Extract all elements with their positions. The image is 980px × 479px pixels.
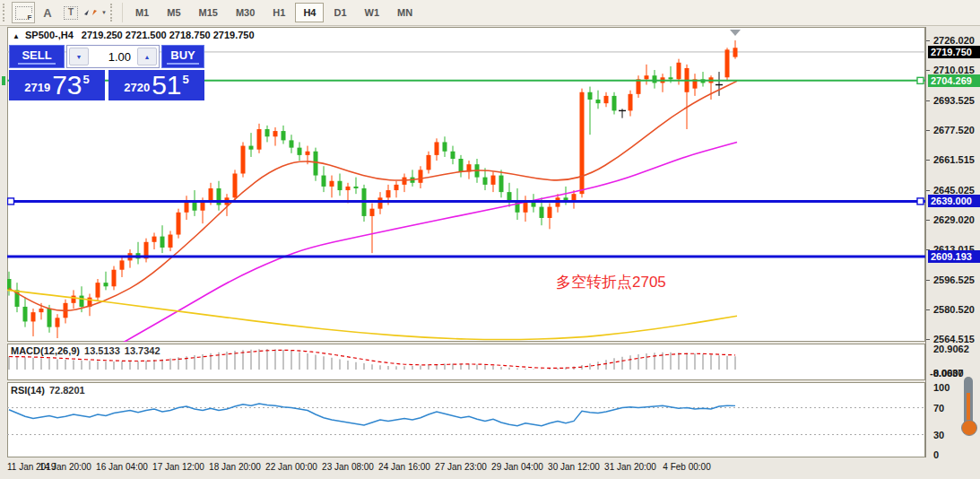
trade-panel: SELL ▼ 1.00 ▲ BUY 2719735 2720515	[9, 45, 204, 100]
thermometer-icon	[959, 377, 977, 440]
timeframe-button-d1[interactable]: D1	[325, 3, 354, 22]
macd-main-value: 13.5133	[84, 345, 120, 356]
timeframe-button-m5[interactable]: M5	[159, 3, 188, 22]
scroll-to-end-icon[interactable]	[730, 30, 741, 36]
price-tag: 2719.750	[928, 46, 980, 58]
text-label-button[interactable]: A	[37, 3, 58, 22]
toolbar-grip[interactable]	[3, 4, 8, 22]
rsi-line	[9, 404, 735, 426]
terminal-window: F A T ▼ M1M5M15M30H1H4D1W1MN ▲ SP500-,H4…	[0, 0, 980, 479]
price-axis-tick: 2580.520	[933, 304, 975, 315]
line-anchor[interactable]	[917, 198, 924, 205]
price-axis-tickmark	[926, 339, 930, 340]
price-axis-tick: 2645.025	[933, 185, 975, 196]
rsi-chart[interactable]	[7, 382, 925, 457]
rsi-name: RSI(14)	[11, 385, 45, 396]
triangle-up-icon: ▲	[144, 54, 151, 60]
sell-price-sup: 5	[83, 73, 90, 86]
price-tag: 2609.193	[928, 250, 980, 263]
volume-decrease-button[interactable]: ▼	[69, 48, 89, 65]
sell-price-big: 73	[52, 72, 82, 99]
buy-price-big: 51	[152, 72, 181, 99]
toolbar-separator	[122, 3, 123, 22]
price-axis-tickmark	[926, 160, 930, 161]
date-axis[interactable]: 11 Jan 201914 Jan 20:0016 Jan 04:0017 Ja…	[7, 458, 925, 478]
text-box-icon: T	[64, 6, 78, 20]
toolbar-grip[interactable]	[110, 4, 116, 22]
text-box-button[interactable]: T	[60, 3, 82, 22]
sell-price-display[interactable]: 2719735	[9, 70, 105, 100]
buy-price-prefix: 2720	[124, 81, 150, 94]
price-tag: 2639.000	[928, 195, 980, 207]
draw-arrows-icon	[83, 6, 98, 19]
chart-title: ▲ SP500-,H4 2719.250 2721.500 2718.750 2…	[13, 30, 255, 40]
price-tag: 2704.269	[928, 74, 980, 87]
toolbar: F A T ▼ M1M5M15M30H1H4D1W1MN	[0, 0, 980, 26]
buy-price-display[interactable]: 2720515	[108, 70, 204, 100]
rsi-axis-tick: 100	[933, 382, 950, 393]
chart-annotation: 多空转折点2705	[556, 272, 666, 292]
price-axis-tick: 2629.020	[933, 214, 975, 225]
triangle-down-icon: ▼	[76, 54, 82, 60]
ohlc-values: 2719.250 2721.500 2718.750 2719.750	[82, 30, 255, 40]
rsi-axis-tick: 30	[933, 430, 944, 440]
ma-slow-line	[7, 290, 737, 339]
macd-axis-bottom: -8.0637	[930, 368, 963, 379]
template-grid-button[interactable]: F	[12, 2, 35, 23]
timeframe-button-w1[interactable]: W1	[357, 3, 388, 22]
price-axis-tickmark	[926, 280, 930, 281]
line-anchor[interactable]	[917, 77, 924, 83]
buy-button-label: BUY	[167, 48, 198, 65]
macd-axis-top: 20.9062	[933, 344, 969, 354]
volume-increase-button[interactable]: ▲	[137, 48, 157, 65]
price-axis-tickmark	[926, 70, 930, 71]
volume-input[interactable]: 1.00	[91, 46, 135, 67]
timeframe-button-m30[interactable]: M30	[228, 3, 263, 22]
price-axis-tickmark	[926, 40, 930, 41]
text-label-icon: A	[43, 6, 51, 20]
collapse-icon: ▲	[13, 32, 20, 40]
price-axis-tickmark	[926, 309, 930, 310]
draw-arrows-button[interactable]: ▼	[83, 3, 107, 22]
price-axis-tick: 2677.520	[933, 125, 975, 135]
timeframe-button-mn[interactable]: MN	[389, 3, 421, 22]
sell-price-prefix: 2719	[24, 81, 50, 94]
macd-signal-value: 13.7342	[125, 345, 160, 356]
price-axis-tickmark	[926, 130, 930, 131]
price-axis-tickmark	[926, 100, 930, 101]
timeframe-group: M1M5M15M30H1H4D1W1MN	[126, 3, 421, 22]
rsi-value: 72.8201	[49, 385, 85, 396]
macd-label: MACD(12,26,9)13.513313.7342	[11, 345, 160, 356]
date-axis-label: 4 Feb 00:00	[651, 462, 723, 472]
price-axis-tickmark	[926, 190, 930, 191]
price-axis-tick: 2726.020	[933, 35, 975, 46]
thermometer-bulb	[961, 420, 977, 436]
symbol-label: SP500-,H4	[25, 30, 74, 40]
timeframe-button-h1[interactable]: H1	[265, 3, 293, 22]
sell-button[interactable]: SELL	[9, 45, 65, 68]
buy-price-sup: 5	[183, 73, 189, 86]
price-axis-tick: 2693.525	[933, 95, 975, 106]
price-axis-tickmark	[926, 220, 930, 221]
timeframe-button-m15[interactable]: M15	[191, 3, 226, 22]
sell-button-label: SELL	[18, 48, 55, 65]
buy-button[interactable]: BUY	[161, 45, 204, 68]
price-axis-tick: 2596.525	[933, 274, 975, 285]
timeframe-button-m1[interactable]: M1	[127, 3, 157, 22]
macd-name: MACD(12,26,9)	[11, 345, 80, 356]
template-grid-icon: F	[15, 6, 32, 20]
rsi-axis-tick: 0	[933, 449, 939, 460]
dropdown-caret-icon: ▼	[101, 10, 107, 15]
level-line-left-marker	[2, 76, 5, 85]
timeframe-button-h4[interactable]: H4	[295, 3, 324, 22]
price-axis-tick: 2661.515	[933, 154, 975, 165]
volume-stepper: ▼ 1.00 ▲	[66, 45, 160, 68]
line-anchor[interactable]	[8, 198, 14, 205]
rsi-axis-tick: 70	[933, 403, 944, 414]
rsi-label: RSI(14)72.8201	[11, 385, 85, 396]
